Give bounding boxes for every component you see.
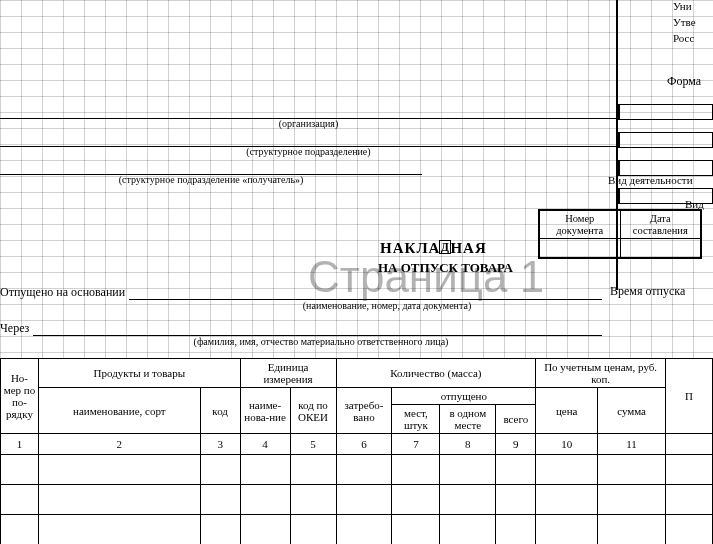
cell-places[interactable] xyxy=(392,515,440,544)
doc-number-value[interactable] xyxy=(540,239,620,257)
cell-total[interactable] xyxy=(496,455,536,485)
cell-p2[interactable] xyxy=(666,455,713,485)
cell-unit_name[interactable] xyxy=(240,485,290,515)
cell-unit_name[interactable] xyxy=(240,515,290,544)
cell-req[interactable] xyxy=(336,485,392,515)
cell-name[interactable] xyxy=(38,515,200,544)
cell-req[interactable] xyxy=(336,455,392,485)
cell-price[interactable] xyxy=(536,455,598,485)
cell-n[interactable] xyxy=(1,455,39,485)
th-code: код xyxy=(200,388,240,434)
main-table: Но-мер по по-рядку Продукты и товары Еди… xyxy=(0,358,713,544)
colnum-7: 7 xyxy=(392,434,440,455)
table-row xyxy=(1,515,713,544)
th-released: отпущено xyxy=(392,388,536,405)
cell-per[interactable] xyxy=(440,455,496,485)
through-label: Через xyxy=(0,321,29,336)
basis-row: Отпущено на основании xyxy=(0,284,602,300)
basis-field[interactable] xyxy=(129,285,602,300)
colnum-12 xyxy=(666,434,713,455)
cell-name[interactable] xyxy=(38,455,200,485)
cell-code[interactable] xyxy=(200,455,240,485)
th-unit-name: наиме-нова-ние xyxy=(240,388,290,434)
cell-n[interactable] xyxy=(1,485,39,515)
organization-caption: (организация) xyxy=(0,118,617,129)
cell-p2[interactable] xyxy=(666,485,713,515)
cell-total[interactable] xyxy=(496,515,536,544)
th-places: мест, штук xyxy=(392,405,440,434)
colnum-4: 4 xyxy=(240,434,290,455)
through-row: Через xyxy=(0,320,602,336)
colnum-3: 3 xyxy=(200,434,240,455)
title-sub: НА ОТПУСК ТОВАРА xyxy=(378,260,558,276)
cell-sum[interactable] xyxy=(598,485,666,515)
table-row xyxy=(1,455,713,485)
cell-price[interactable] xyxy=(536,485,598,515)
colnum-10: 10 xyxy=(536,434,598,455)
colnum-9: 9 xyxy=(496,434,536,455)
cell-places[interactable] xyxy=(392,485,440,515)
forma-label: Форма xyxy=(667,74,713,92)
cell-price[interactable] xyxy=(536,515,598,544)
doc-number-date-box: Номер документа Дата составления xyxy=(538,209,702,259)
cell-sum[interactable] xyxy=(598,455,666,485)
cell-code[interactable] xyxy=(200,515,240,544)
basis-caption: (наименование, номер, дата документа) xyxy=(172,300,602,311)
top-meta-line1: Уни xyxy=(673,0,713,16)
th-total: всего xyxy=(496,405,536,434)
organization-field[interactable] xyxy=(0,104,617,119)
th-qty: Количество (масса) xyxy=(336,359,536,388)
title-main: НАКЛАДНАЯ xyxy=(380,240,540,257)
th-per-place: в одном месте xyxy=(440,405,496,434)
colnum-2: 2 xyxy=(38,434,200,455)
th-requested: затребо-вано xyxy=(336,388,392,434)
top-meta-block: Уни Утве Росс xyxy=(673,0,713,48)
cell-total[interactable] xyxy=(496,485,536,515)
cell-req[interactable] xyxy=(336,515,392,544)
cell-p2[interactable] xyxy=(666,515,713,544)
code-box-2[interactable] xyxy=(618,132,713,148)
doc-number-header: Номер документа xyxy=(540,211,620,238)
cell-sum[interactable] xyxy=(598,515,666,544)
th-unit: Единица измерения xyxy=(240,359,336,388)
cell-okei[interactable] xyxy=(290,515,336,544)
table-row xyxy=(1,485,713,515)
recipient-subdivision-field[interactable] xyxy=(0,160,422,175)
cell-okei[interactable] xyxy=(290,455,336,485)
cell-per[interactable] xyxy=(440,485,496,515)
code-box-1[interactable] xyxy=(618,104,713,120)
colnum-1: 1 xyxy=(1,434,39,455)
th-price-group: По учетным ценам, руб. коп. xyxy=(536,359,666,388)
th-okei: код по ОКЕИ xyxy=(290,388,336,434)
cell-okei[interactable] xyxy=(290,485,336,515)
cell-n[interactable] xyxy=(1,515,39,544)
doc-date-value[interactable] xyxy=(620,239,701,257)
top-meta-line3: Росс xyxy=(673,32,713,48)
activity-kind-label: Вид деятельности xyxy=(608,174,713,190)
colnum-6: 6 xyxy=(336,434,392,455)
th-number: Но-мер по по-рядку xyxy=(1,359,39,434)
colnum-11: 11 xyxy=(598,434,666,455)
through-field[interactable] xyxy=(33,321,602,336)
th-price: цена xyxy=(536,388,598,434)
cell-places[interactable] xyxy=(392,455,440,485)
doc-date-header: Дата составления xyxy=(620,211,701,238)
colnum-8: 8 xyxy=(440,434,496,455)
through-caption: (фамилия, имя, отчество материально отве… xyxy=(40,336,602,347)
th-products: Продукты и товары xyxy=(38,359,240,388)
th-sum: сумма xyxy=(598,388,666,434)
top-meta-line2: Утве xyxy=(673,16,713,32)
recipient-subdivision-caption: (структурное подразделение «получатель») xyxy=(0,174,422,185)
cell-per[interactable] xyxy=(440,515,496,544)
title-main-pre: НАКЛА xyxy=(380,240,440,256)
th-price-group-2: П xyxy=(666,359,713,434)
cell-code[interactable] xyxy=(200,485,240,515)
cell-unit_name[interactable] xyxy=(240,455,290,485)
subdivision-field[interactable] xyxy=(0,132,617,147)
colnum-5: 5 xyxy=(290,434,336,455)
time-release-label: Время отпуска xyxy=(610,284,713,299)
th-name-sort: наименование, сорт xyxy=(38,388,200,434)
title-main-post: НАЯ xyxy=(450,240,486,256)
cell-name[interactable] xyxy=(38,485,200,515)
subdivision-caption: (структурное подразделение) xyxy=(0,146,617,157)
